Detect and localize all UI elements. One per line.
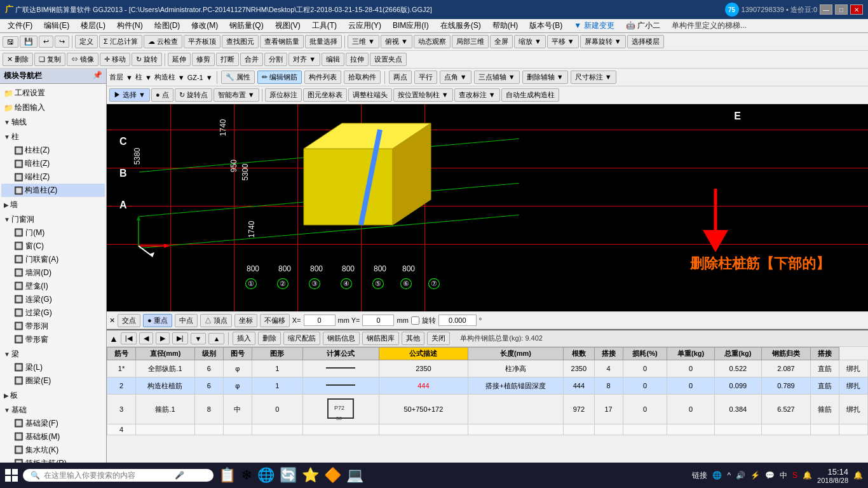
break-button[interactable]: 打断 [216, 53, 239, 66]
snap-vertex[interactable]: △ 顶点 [200, 314, 232, 327]
other-button[interactable]: 其他 [402, 332, 424, 345]
menu-element[interactable]: 构件(N) [112, 19, 148, 32]
table-row[interactable]: 4 [107, 424, 868, 435]
pick-element-button[interactable]: 拾取构件 [344, 71, 381, 84]
nav-item-struct-column[interactable]: 🔲 构造柱(Z) [1, 184, 105, 197]
taskbar-icon-5[interactable]: ⭐ [302, 467, 319, 484]
batch-select-button[interactable]: 批量选择 [305, 35, 342, 48]
edit-button[interactable]: 编辑 [322, 53, 344, 66]
nav-item-beam[interactable]: ▼ 梁 [1, 348, 105, 361]
nav-item-column-z[interactable]: 🔲 柱柱(Z) [1, 144, 105, 157]
taskbar-icon-1[interactable]: 📋 [219, 467, 236, 484]
snap-no-offset[interactable]: 不偏移 [260, 314, 290, 327]
nav-item-door-window-combo[interactable]: 🔲 门联窗(A) [1, 253, 105, 266]
nav-item-column[interactable]: ▼ 柱 [1, 130, 105, 144]
menu-version[interactable]: 版本号(B) [524, 19, 567, 32]
nav-item-window[interactable]: 🔲 窗(C) [1, 240, 105, 253]
menu-modify[interactable]: 修改(M) [186, 19, 223, 32]
menu-floor[interactable]: 楼层(L) [76, 19, 111, 32]
nav-item-slab[interactable]: ▶ 板 [1, 389, 105, 402]
nav-item-band-hole[interactable]: 🔲 带形洞 [1, 320, 105, 333]
undo-button[interactable]: ↩ [39, 36, 53, 48]
nav-item-axis[interactable]: ▼ 轴线 [1, 116, 105, 129]
copy-button[interactable]: ❏ 复制 [34, 53, 65, 66]
nav-item-coupling-beam[interactable]: 🔲 连梁(G) [1, 293, 105, 306]
taskbar-icon-2[interactable]: ❄ [241, 467, 252, 484]
split-button[interactable]: 分割 [264, 53, 287, 66]
search-input[interactable] [44, 471, 171, 480]
nav-item-dark-column[interactable]: 🔲 暗柱(Z) [1, 157, 105, 170]
fullscreen-button[interactable]: 全屏 [490, 35, 513, 48]
rebar-info-button[interactable]: 钢筋信息 [323, 332, 360, 345]
extend-button[interactable]: 延伸 [168, 53, 191, 66]
menu-component-def[interactable]: 单构件里定义的梯梯... [667, 19, 752, 32]
snap-rotate-check[interactable] [411, 316, 419, 325]
level-slab-button[interactable]: 平齐板顶 [184, 35, 220, 48]
new-button[interactable]: 🖫 [3, 36, 18, 48]
nav-item-beam-l[interactable]: 🔲 梁(L) [1, 361, 105, 374]
menu-edit[interactable]: 编辑(E) [39, 19, 74, 32]
nav-last[interactable]: ▶| [172, 332, 188, 344]
delete-button[interactable]: ✕ 删除 [3, 53, 33, 66]
check-mark-button[interactable]: 查改标注 ▼ [454, 88, 500, 102]
nav-pin-icon[interactable]: 📌 [93, 71, 102, 81]
select-tool-button[interactable]: ▶ 选择 ▼ [109, 88, 150, 102]
3d-button[interactable]: 三维 ▼ [348, 35, 379, 48]
zoom-button[interactable]: 缩放 ▼ [514, 35, 546, 48]
snap-midpoint[interactable]: 中点 [175, 314, 198, 327]
screen-rotate-button[interactable]: 屏幕旋转 ▼ [580, 35, 626, 48]
menu-rebar-qty[interactable]: 钢筋量(Q) [224, 19, 268, 32]
nav-item-over-beam[interactable]: 🔲 过梁(G) [1, 306, 105, 320]
table-row[interactable]: 3箍筋.18中0P725050+750+17297217000.3846.527… [107, 395, 868, 424]
notification-icon[interactable]: 🔔 [853, 471, 863, 480]
find-element-button[interactable]: 查找图元 [222, 35, 259, 48]
point-angle-button[interactable]: 点角 ▼ [440, 71, 471, 84]
panel-collapse-icon[interactable]: ▲ [109, 334, 118, 344]
local-3d-button[interactable]: 局部三维 [452, 35, 489, 48]
two-point-button[interactable]: 两点 [389, 71, 412, 84]
delete-row-button[interactable]: 删除 [258, 332, 281, 345]
trim-button[interactable]: 修剪 [192, 53, 215, 66]
align-button[interactable]: 对齐 ▼ [288, 53, 320, 66]
merge-button[interactable]: 合并 [240, 53, 263, 66]
menu-file[interactable]: 文件(F) [3, 19, 37, 32]
nav-item-found-slab[interactable]: 🔲 基础板(M) [1, 430, 105, 444]
calc-total-button[interactable]: Σ 汇总计算 [99, 35, 142, 48]
snap-y-input[interactable] [362, 315, 394, 326]
cloud-check-button[interactable]: ☁ 云检查 [144, 35, 182, 48]
redo-button[interactable]: ↪ [55, 36, 69, 48]
property-button[interactable]: 🔧 属性 [221, 71, 255, 84]
smart-layout-button[interactable]: 智能布置 ▼ [214, 88, 259, 102]
rotate-button[interactable]: ↻ 旋转 [132, 53, 162, 66]
rebar-table-wrap[interactable]: 筋号 直径(mm) 级别 图号 图形 计算公式 公式描述 长度(mm) 根数 搭… [107, 347, 868, 470]
insert-row-button[interactable]: 插入 [233, 332, 255, 345]
dim-button[interactable]: 尺寸标注 ▼ [571, 71, 616, 84]
nav-item-project-settings[interactable]: 📁 工程设置 [1, 86, 105, 100]
mirror-button[interactable]: ⇔ 镜像 [67, 53, 98, 66]
maximize-button[interactable]: □ [835, 4, 848, 15]
nav-item-pit[interactable]: 🔲 集水坑(K) [1, 444, 105, 457]
save-button[interactable]: 💾 [20, 36, 37, 48]
close-panel-button[interactable]: 关闭 [427, 332, 450, 345]
menu-online[interactable]: 在线服务(S) [435, 19, 486, 32]
edit-rebar-button[interactable]: ✏ 编辑钢筋 [257, 71, 302, 84]
nav-item-ring-beam[interactable]: 🔲 圈梁(E) [1, 374, 105, 388]
menu-draw[interactable]: 绘图(D) [149, 19, 186, 32]
del-aux-button[interactable]: 删除辅轴 ▼ [522, 71, 568, 84]
select-floor-button[interactable]: 选择楼层 [627, 35, 664, 48]
adj-column-end-button[interactable]: 调整柱端头 [348, 88, 392, 102]
taskbar-icon-7[interactable]: 💻 [346, 467, 363, 484]
snap-endpoint[interactable]: ● 重点 [143, 314, 172, 327]
menu-help[interactable]: 帮助(H) [487, 19, 524, 32]
nav-item-band-window[interactable]: 🔲 带形窗 [1, 333, 105, 346]
draw-by-pos-button[interactable]: 按位置绘制柱 ▼ [393, 88, 453, 102]
point-draw-button[interactable]: ● 点 [151, 88, 173, 102]
rotate-point-button[interactable]: ↻ 旋转点 [175, 88, 212, 102]
menu-new-change[interactable]: ▼ 新建变更 [569, 19, 619, 32]
search-bar[interactable]: 🔍 🎤 [23, 469, 214, 482]
menu-bim[interactable]: BIM应用(I) [388, 19, 434, 32]
table-row[interactable]: 2构造柱植筋6φ1444搭接+植筋锚固深度4448000.0990.789直筋绑… [107, 377, 868, 395]
three-point-button[interactable]: 三点辅轴 ▼ [474, 71, 520, 84]
nav-item-door[interactable]: 🔲 门(M) [1, 226, 105, 240]
snap-intersect[interactable]: 交点 [118, 314, 140, 327]
